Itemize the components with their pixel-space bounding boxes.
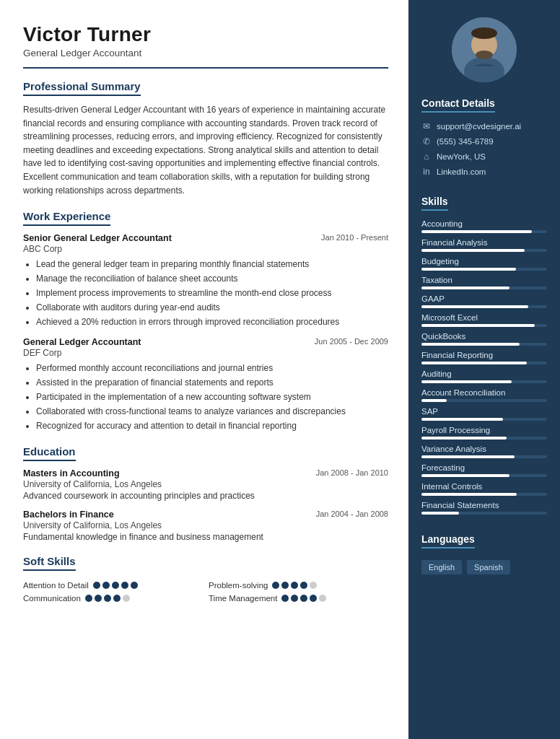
job-company-2: DEF Corp (23, 348, 388, 358)
skill-name: Taxation (421, 276, 547, 284)
skill-name: SAP (421, 407, 547, 416)
empty-dot (319, 595, 326, 602)
skill-item: Internal Controls (421, 482, 547, 496)
filled-dot (104, 595, 111, 602)
skill-bar-fill (421, 455, 515, 458)
filled-dot (291, 582, 298, 589)
edu-header-2: Bachelors in Finance Jan 2004 - Jan 2008 (23, 510, 388, 520)
skill-item: Auditing (421, 370, 547, 383)
svg-point-4 (476, 51, 493, 59)
job-title-2: General Ledger Accountant (23, 337, 141, 347)
skill-bar-fill (421, 343, 520, 346)
skill-bar-bg (421, 437, 547, 440)
filled-dot (95, 595, 102, 602)
skill-bar-bg (421, 493, 547, 496)
edu-item-2: Bachelors in Finance Jan 2004 - Jan 2008… (23, 510, 388, 542)
skill-bar-bg (421, 474, 547, 477)
language-badges: EnglishSpanish (421, 560, 547, 574)
skill-bar-fill (421, 399, 447, 402)
candidate-name: Victor Turner (23, 23, 388, 46)
soft-skill-item: Time Management (209, 594, 388, 603)
bullet: Collaborate with auditors during year-en… (36, 301, 388, 314)
education-section: Education Masters in Accounting Jan 2008… (23, 445, 388, 542)
skill-item: Financial Reporting (421, 351, 547, 364)
summary-text: Results-driven General Ledger Accountant… (23, 103, 388, 197)
skill-name: Financial Reporting (421, 351, 547, 359)
skill-name: Account Reconciliation (421, 388, 547, 397)
skill-item: Taxation (421, 276, 547, 289)
skill-bar-bg (421, 287, 547, 289)
bullet: Participated in the implementation of a … (36, 390, 388, 403)
soft-skill-item: Attention to Detail (23, 581, 203, 590)
soft-skill-label: Attention to Detail (23, 581, 89, 590)
filled-dot (281, 582, 289, 589)
summary-section: Professional Summary Results-driven Gene… (23, 80, 388, 197)
filled-dot (102, 582, 110, 589)
work-experience-heading: Work Experience (23, 210, 110, 226)
skill-item: Forecasting (421, 463, 547, 477)
skill-bar-fill (421, 437, 507, 440)
soft-skill-label: Problem-solving (209, 581, 268, 590)
summary-heading: Professional Summary (23, 80, 141, 96)
skill-bar-bg (421, 249, 547, 252)
skill-name: Accounting (421, 219, 547, 228)
job-date-1: Jan 2010 - Present (321, 233, 388, 242)
filled-dot (291, 595, 298, 602)
filled-dot (272, 582, 279, 589)
skill-bar-fill (421, 230, 532, 233)
job-item: General Ledger Accountant Jun 2005 - Dec… (23, 337, 388, 432)
avatar-container (421, 17, 547, 82)
skill-bar-bg (421, 362, 547, 364)
contact-text: support@cvdesigner.ai (437, 122, 521, 131)
edu-school-2: University of California, Los Angeles (23, 520, 388, 530)
language-badge: Spanish (467, 560, 510, 574)
skill-bar-bg (421, 324, 547, 327)
skill-bar-fill (421, 474, 509, 477)
skill-item: Financial Statements (421, 501, 547, 515)
avatar (452, 17, 517, 82)
skill-bar-bg (421, 418, 547, 421)
contact-icon: ✉ (421, 121, 432, 131)
bullet: Lead the general ledger team in preparin… (36, 258, 388, 271)
skill-bar-fill (421, 287, 509, 289)
contact-item: inLinkedIn.com (421, 167, 547, 177)
skill-item: Payroll Processing (421, 426, 547, 440)
job-company-1: ABC Corp (23, 244, 388, 254)
skill-bar-bg (421, 512, 547, 515)
contact-item: ✉support@cvdesigner.ai (421, 121, 547, 131)
skill-bar-bg (421, 305, 547, 308)
filled-dot (85, 595, 92, 602)
bullet: Collaborated with cross-functional teams… (36, 405, 388, 418)
job-header-1: Senior General Ledger Accountant Jan 201… (23, 233, 388, 243)
skill-name: GAAP (421, 294, 547, 303)
skill-item: SAP (421, 407, 547, 421)
skill-bar-fill (421, 362, 527, 364)
soft-skill-label: Communication (23, 594, 81, 603)
dot-rating (281, 595, 326, 602)
skill-name: Financial Statements (421, 501, 547, 510)
filled-dot (300, 582, 307, 589)
language-badge: English (421, 560, 462, 574)
skill-bar-fill (421, 249, 525, 252)
bullet: Performed monthly account reconciliation… (36, 362, 388, 375)
education-heading: Education (23, 445, 76, 461)
skill-bar-bg (421, 343, 547, 346)
contact-icon: in (421, 167, 432, 177)
skills-heading: Skills (421, 196, 448, 211)
skill-bar-fill (421, 512, 459, 515)
skill-bar-bg (421, 399, 547, 402)
skill-name: Financial Analysis (421, 238, 547, 247)
skill-name: Microsoft Excel (421, 313, 547, 322)
right-column: Contact Details ✉support@cvdesigner.ai✆(… (408, 0, 560, 739)
dot-rating (272, 582, 317, 589)
left-column: Victor Turner General Ledger Accountant … (0, 0, 408, 739)
soft-skills-section: Soft Skills Attention to DetailProblem-s… (23, 555, 388, 603)
skill-item: GAAP (421, 294, 547, 308)
filled-dot (121, 582, 128, 589)
skill-name: Forecasting (421, 463, 547, 472)
contact-items: ✉support@cvdesigner.ai✆(555) 345-6789⌂Ne… (421, 121, 547, 177)
filled-dot (310, 595, 317, 602)
skill-item: Accounting (421, 219, 547, 233)
skills-section: Skills AccountingFinancial AnalysisBudge… (421, 195, 547, 520)
empty-dot (310, 582, 317, 589)
